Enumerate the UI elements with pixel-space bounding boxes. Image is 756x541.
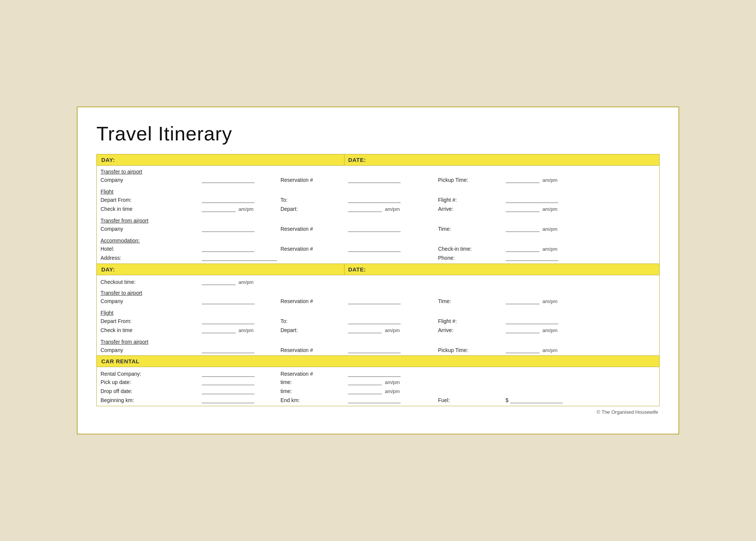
day2-checkout-row: Checkout time: am/pm [97,275,660,285]
day2-tfa-pickup-label: Pickup Time: [438,347,468,353]
day1-reservation-field[interactable] [348,176,401,183]
day1-pickup-time-field[interactable] [506,176,540,183]
day1-flight-hash-label: Flight #: [438,197,457,203]
day1-tfa-time-field[interactable] [506,225,540,232]
day2-transfer-to-airport-label-row: Transfer to airport [97,287,660,296]
day1-transfer-from-airport-label-row: Transfer from airport [97,215,660,224]
day2-tfa-company-field[interactable] [202,346,255,353]
car-rental-row1: Rental Company: Reservation # [97,367,660,378]
day1-accommodation-row2: Address: Phone: [97,253,660,262]
day2-depart-from-field[interactable] [202,317,255,324]
day1-pickup-time-label: Pickup Time: [438,177,468,183]
car-rental-label: CAR RENTAL [101,358,139,364]
day2-date-label: DATE: [348,266,366,273]
end-km-field[interactable] [348,396,401,403]
day2-tta-time-field[interactable] [506,297,540,304]
day1-flight-label-row: Flight [97,186,660,195]
fuel-field[interactable] [510,396,563,403]
day2-checkin-ampm: am/pm [238,328,253,333]
car-rental-row4: Beginning km: End km: Fuel: $ [97,395,660,404]
day1-tfa-reservation-label: Reservation # [280,226,313,232]
day1-flight-label: Flight [101,189,113,195]
day1-transfer-to-airport-label-row: Transfer to airport [97,166,660,175]
day1-arrive-label: Arrive: [438,206,453,212]
day1-reservation-label: Reservation # [280,177,313,183]
end-km-label: End km: [280,397,300,403]
day2-tta-time-label: Time: [438,298,451,304]
day2-transfer-from-airport-label-row: Transfer from airport [97,336,660,345]
day2-checkout-field[interactable] [202,278,236,285]
dropoff-date-field[interactable] [202,387,255,394]
day1-arrive-field[interactable] [506,205,540,212]
day1-accommodation-row1: Hotel: Reservation # Check-in time: am/p… [97,244,660,253]
day1-company-field[interactable] [202,176,255,183]
dropoff-time-field[interactable] [348,387,382,394]
day2-checkout-ampm: am/pm [238,279,253,285]
day1-pickup-ampm: am/pm [543,177,558,183]
day2-tta-company-label: Company [101,298,123,304]
day1-depart-label: Depart: [280,206,298,212]
day1-accommodation-label: Accommodation: [101,238,140,244]
day2-checkin-field[interactable] [202,326,236,333]
day1-accommodation-label-row: Accommodation: [97,235,660,244]
day1-tfa-company-field[interactable] [202,225,255,232]
day2-checkout-label: Checkout time: [101,279,136,285]
car-rental-header-row: CAR RENTAL [97,356,660,367]
day1-tfa-reservation-field[interactable] [348,225,401,232]
copyright: © The Organised Housewife [96,406,660,415]
day1-hotel-field[interactable] [202,245,255,252]
rental-company-field[interactable] [202,370,255,377]
day1-flight-row2: Check in time am/pm Depart: am/pm Arrive… [97,204,660,213]
day1-checkin-ampm: am/pm [238,206,253,212]
day2-tta-reservation-label: Reservation # [280,298,313,304]
day2-to-label: To: [280,318,288,324]
day2-tta-company-field[interactable] [202,297,255,304]
day2-checkin-label: Check in time [101,327,133,333]
day1-checkin-time-ampm: am/pm [543,246,558,252]
day1-transfer-from-airport-row: Company Reservation # Time: am/pm [97,224,660,233]
car-reservation-label: Reservation # [280,371,313,377]
beginning-km-field[interactable] [202,396,255,403]
day1-accom-reservation-field[interactable] [348,245,401,252]
day1-arrive-ampm: am/pm [543,206,558,212]
day2-arrive-field[interactable] [506,326,540,333]
car-reservation-field[interactable] [348,370,401,377]
day2-transfer-to-airport-label: Transfer to airport [101,290,142,296]
day2-flight-hash-field[interactable] [506,317,558,324]
day1-flight-hash-field[interactable] [506,196,558,203]
day1-to-field[interactable] [348,196,401,203]
day2-flight-label: Flight [101,310,113,316]
day2-depart-from-label: Depart From: [101,318,131,324]
pickup-time-label: time: [280,379,292,385]
day2-flight-row1: Depart From: To: Flight #: [97,316,660,325]
pickup-date-label: Pick up date: [101,379,131,385]
dropoff-time-label: time: [280,388,292,394]
day1-checkin-time-field[interactable] [506,245,540,252]
day1-depart-field[interactable] [348,205,382,212]
day2-header-row: DAY: DATE: [97,264,660,275]
day2-tfa-reservation-field[interactable] [348,346,401,353]
day1-depart-from-field[interactable] [202,196,255,203]
day2-depart-field[interactable] [348,326,382,333]
day1-address-field[interactable] [202,254,277,261]
itinerary-table: DAY: DATE: Transfer to airport Company R… [96,154,660,406]
pickup-date-field[interactable] [202,378,255,385]
day1-tfa-time-label: Time: [438,226,451,232]
day2-arrive-ampm: am/pm [543,328,558,333]
day1-tfa-company-label: Company [101,226,123,232]
day1-accom-reservation-label: Reservation # [280,246,313,252]
beginning-km-label: Beginning km: [101,397,134,403]
car-rental-row2: Pick up date: time: am/pm [97,377,660,386]
day1-date-label: DATE: [348,157,366,163]
pickup-time-field[interactable] [348,378,382,385]
day2-transfer-to-airport-row: Company Reservation # Time: am/pm [97,296,660,305]
day2-to-field[interactable] [348,317,401,324]
day1-checkin-field[interactable] [202,205,236,212]
day2-tfa-pickup-field[interactable] [506,346,540,353]
page: Travel Itinerary DAY: DATE: Transfer to … [77,107,679,434]
day2-depart-label: Depart: [280,327,298,333]
day2-tta-reservation-field[interactable] [348,297,401,304]
day1-phone-field[interactable] [506,254,558,261]
day1-header-row: DAY: DATE: [97,154,660,166]
day1-depart-ampm: am/pm [385,206,400,212]
